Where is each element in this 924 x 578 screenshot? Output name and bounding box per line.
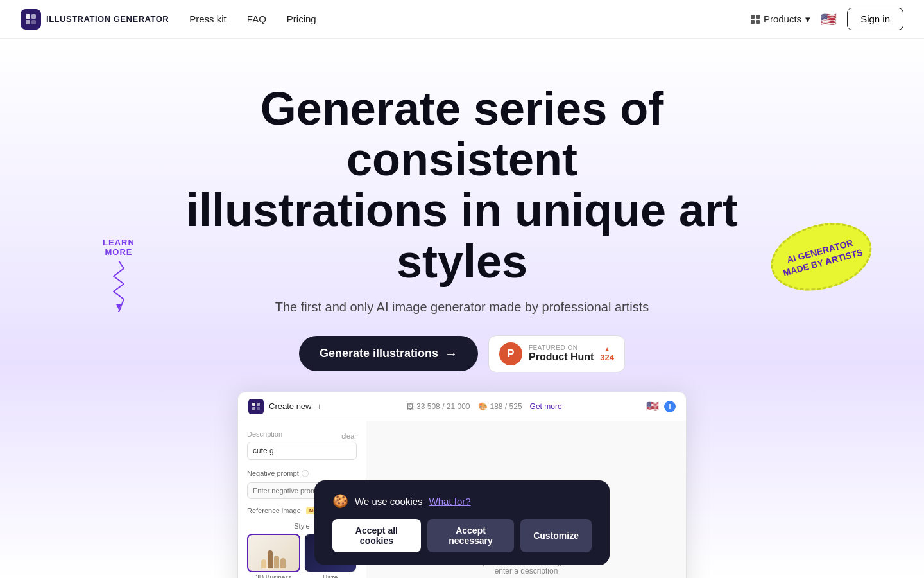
svg-rect-3: [31, 20, 36, 24]
nav-right: Products ▾ 🇺🇸 Sign in: [751, 8, 903, 30]
info-icon: i: [664, 401, 676, 412]
language-flag-icon[interactable]: 🇺🇸: [821, 12, 837, 27]
get-more-link[interactable]: Get more: [530, 402, 562, 411]
description-label: Description: [247, 430, 282, 438]
negative-prompt-label: Negative prompt ⓘ: [247, 469, 357, 478]
learn-more-label: LEARN MORE: [103, 238, 135, 312]
svg-rect-7: [252, 407, 255, 410]
svg-rect-8: [257, 407, 260, 410]
help-icon: ⓘ: [302, 469, 309, 478]
description-input[interactable]: [247, 442, 357, 460]
grid-icon: [751, 15, 760, 24]
logo-area: ILLUSTRATION GENERATOR: [21, 9, 169, 30]
nav-left: ILLUSTRATION GENERATOR Press kit FAQ Pri…: [21, 9, 316, 30]
product-hunt-badge[interactable]: P FEATURED ON Product Hunt ▲ 324: [488, 335, 625, 372]
arrow-right-icon: →: [445, 346, 458, 361]
topbar-stats: 🖼 33 508 / 21 000 🎨 188 / 525 Get more: [406, 402, 561, 411]
ai-badge-text: AI GENERATOR MADE BY ARTISTS: [779, 235, 864, 279]
flag-us-icon: 🇺🇸: [646, 400, 659, 412]
accept-all-cookies-button[interactable]: Accept all cookies: [332, 519, 421, 552]
product-hunt-logo-icon: P: [499, 342, 522, 365]
reference-image-label: Reference image: [247, 507, 301, 514]
plus-icon[interactable]: +: [316, 401, 321, 412]
sign-in-button[interactable]: Sign in: [847, 8, 903, 30]
clear-button[interactable]: clear: [341, 432, 357, 440]
app-topbar-left: Create new +: [248, 399, 322, 414]
hero-cta: Generate illustrations → P FEATURED ON P…: [0, 335, 924, 372]
hero-subheadline: The first and only AI image generator ma…: [0, 300, 924, 315]
app-logo-small-icon: [248, 399, 264, 414]
hero-headline: Generate series of consistent illustrati…: [173, 83, 751, 287]
nav-pricing[interactable]: Pricing: [287, 13, 316, 24]
generate-illustrations-button[interactable]: Generate illustrations →: [299, 336, 478, 371]
learn-more-text: LEARN MORE: [103, 238, 135, 257]
palette-stat: 🎨 188 / 525: [478, 402, 522, 411]
topbar-flags: 🇺🇸 i: [646, 400, 676, 412]
cookie-text: We use cookies: [355, 496, 423, 507]
style-3d-business[interactable]: 3D Business: [247, 534, 300, 578]
svg-rect-6: [257, 403, 260, 406]
svg-rect-0: [26, 14, 30, 19]
product-hunt-votes: ▲ 324: [600, 346, 614, 362]
products-dropdown[interactable]: Products ▾: [751, 13, 810, 25]
chevron-down-icon: ▾: [805, 13, 810, 25]
logo-icon: [21, 9, 41, 30]
ai-badge: AI GENERATOR MADE BY ARTISTS: [764, 213, 879, 301]
logo-text: ILLUSTRATION GENERATOR: [46, 14, 169, 24]
customize-cookies-button[interactable]: Customize: [520, 519, 592, 552]
app-topbar: Create new + 🖼 33 508 / 21 000 🎨 188 / 5…: [238, 392, 686, 421]
cookie-what-for-link[interactable]: What for?: [429, 496, 471, 507]
navbar: ILLUSTRATION GENERATOR Press kit FAQ Pri…: [0, 0, 924, 39]
product-hunt-text: FEATURED ON Product Hunt: [529, 344, 594, 363]
cookie-emoji-icon: 🍪: [332, 493, 348, 509]
svg-rect-2: [26, 20, 30, 24]
nav-press-kit[interactable]: Press kit: [189, 13, 227, 24]
zigzag-arrow-icon: [111, 261, 126, 312]
create-new-label[interactable]: Create new: [269, 401, 311, 411]
accept-necessary-button[interactable]: Accept necessary: [427, 519, 514, 552]
cookie-banner: 🍪 We use cookies What for? Accept all co…: [314, 480, 610, 565]
svg-rect-1: [31, 14, 36, 19]
images-stat: 🖼 33 508 / 21 000: [406, 402, 470, 411]
svg-rect-5: [252, 403, 255, 406]
style-3d-business-thumb: [247, 534, 300, 572]
cookie-top: 🍪 We use cookies What for?: [332, 493, 592, 509]
cookie-buttons: Accept all cookies Accept necessary Cust…: [332, 519, 592, 552]
products-label: Products: [764, 13, 801, 24]
nav-faq[interactable]: FAQ: [247, 13, 266, 24]
